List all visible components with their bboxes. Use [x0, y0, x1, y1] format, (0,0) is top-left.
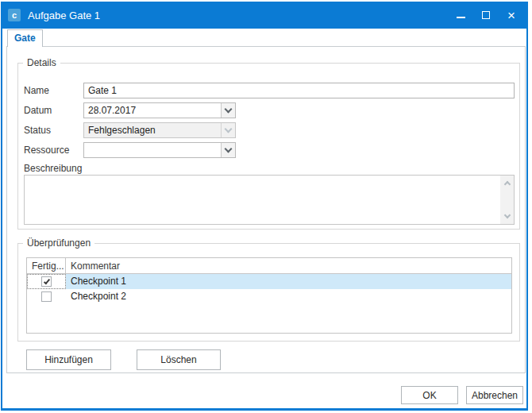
chevron-down-icon: [225, 106, 233, 114]
table-row[interactable]: Checkpoint 1: [27, 274, 511, 289]
name-label: Name: [24, 85, 49, 96]
window-border-bottom: [1, 408, 528, 411]
datum-value: 28.07.2017: [84, 103, 221, 118]
beschreibung-label: Beschreibung: [24, 163, 82, 174]
close-icon: ×: [507, 9, 515, 22]
beschreibung-memo: [24, 175, 515, 225]
ressource-value: [84, 143, 221, 157]
column-header-fertig[interactable]: Fertig...: [27, 258, 66, 273]
minimize-button[interactable]: [452, 6, 469, 24]
checks-legend: Überprüfungen: [23, 237, 94, 249]
tab-gate-label: Gate: [14, 33, 36, 44]
window-border-left: [1, 29, 2, 408]
window-controls: ×: [452, 6, 520, 24]
status-value: Fehlgeschlagen: [84, 123, 221, 137]
beschreibung-textarea[interactable]: [25, 176, 500, 224]
status-dropdown-button: [221, 123, 235, 137]
delete-button[interactable]: Löschen: [137, 349, 221, 370]
ok-button[interactable]: OK: [401, 386, 458, 404]
tab-gate[interactable]: Gate: [7, 29, 43, 47]
add-button[interactable]: Hinzufügen: [26, 349, 111, 370]
memo-scrollbar[interactable]: [500, 176, 514, 224]
checkbox[interactable]: [41, 276, 52, 287]
kommentar-cell: Checkpoint 2: [66, 289, 511, 304]
app-icon-letter: c: [12, 11, 17, 20]
datum-label: Datum: [24, 105, 52, 116]
chevron-down-icon: [225, 125, 233, 133]
app-icon: c: [8, 9, 21, 21]
name-input[interactable]: [83, 83, 515, 98]
close-button[interactable]: ×: [503, 6, 520, 24]
fertig-cell: [27, 289, 66, 304]
details-legend: Details: [23, 57, 60, 68]
fertig-cell: [27, 274, 66, 289]
status-label: Status: [24, 125, 51, 136]
table-row[interactable]: Checkpoint 2: [27, 289, 511, 304]
checkmark-icon: [43, 277, 49, 284]
column-header-kommentar[interactable]: Kommentar: [66, 258, 511, 273]
chevron-down-icon: [225, 145, 233, 153]
ressource-combobox[interactable]: [83, 142, 236, 158]
ressource-label: Ressource: [24, 145, 69, 156]
title-bar: c Aufgabe Gate 1 ×: [1, 2, 528, 29]
cancel-button[interactable]: Abbrechen: [466, 386, 523, 404]
table-header-row: Fertig... Kommentar: [27, 258, 511, 274]
window-border-right: [526, 29, 528, 408]
ressource-dropdown-button[interactable]: [221, 143, 235, 157]
datum-dropdown-button[interactable]: [221, 103, 235, 118]
scroll-down-icon[interactable]: [503, 212, 510, 218]
maximize-button[interactable]: [477, 6, 495, 24]
minimize-icon: [457, 17, 465, 18]
datum-combobox[interactable]: 28.07.2017: [83, 102, 236, 118]
maximize-icon: [482, 11, 490, 19]
kommentar-cell: Checkpoint 1: [66, 274, 511, 289]
checkbox[interactable]: [41, 291, 52, 302]
status-combobox: Fehlgeschlagen: [83, 122, 236, 138]
dialog-window: c Aufgabe Gate 1 × Gate Details Name Dat…: [0, 0, 532, 413]
checkpoints-table: Fertig... Kommentar Checkpoint 1 Checkpo…: [26, 257, 512, 334]
window-title: Aufgabe Gate 1: [28, 10, 100, 21]
scroll-up-icon[interactable]: [503, 181, 510, 187]
